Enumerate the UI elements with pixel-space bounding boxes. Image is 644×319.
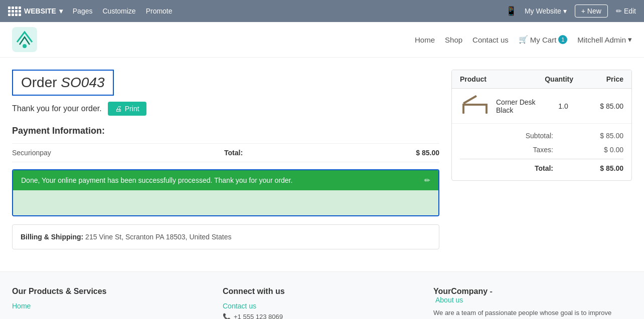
edit-icon[interactable]: ✏ [424,176,430,184]
product-price: $ 85.00 [583,102,623,110]
footer-company-name: YourCompany - About us [433,287,632,304]
nav-promote[interactable]: Promote [146,7,173,15]
order-table: Product Quantity Price Corn [451,70,632,181]
main-content: Order SO043 Thank you for your order. 🖨 … [0,58,644,261]
thank-you-section: Thank you for your order. 🖨 Print [12,102,439,116]
taxes-label: Taxes: [513,146,553,154]
col-quantity-header: Quantity [545,75,583,83]
admin-nav: Pages Customize Promote [73,7,173,15]
total-row: Total: $ 85.00 [460,159,623,175]
grand-total-value: $ 85.00 [583,164,623,172]
svg-rect-3 [462,104,464,114]
col-price-header: Price [583,75,623,83]
company-description: We are a team of passionate people whose… [433,308,632,319]
product-image [460,95,490,117]
left-panel: Order SO043 Thank you for your order. 🖨 … [12,70,439,249]
col-product-header: Product [460,75,545,83]
subtotal-row: Subtotal: $ 85.00 [460,129,623,143]
chevron-down-icon: ▾ [59,7,63,15]
website-brand[interactable]: WEBSITE ▾ [8,7,63,16]
subtotals: Subtotal: $ 85.00 Taxes: $ 0.00 Total: $… [452,124,631,180]
site-nav: Home Shop Contact us 🛒 My Cart 1 Mitchel… [0,22,644,58]
nav-home[interactable]: Home [415,36,435,44]
payment-row: Securionpay Total: $ 85.00 [12,143,439,162]
phone-line: 📞 +1 555 123 8069 [223,313,421,319]
product-quantity: 1.0 [553,102,583,110]
site-logo[interactable] [12,27,37,52]
user-dropdown[interactable]: Mitchell Admin ▾ [577,35,632,44]
svg-rect-5 [463,95,477,104]
svg-rect-2 [462,104,488,106]
success-extra [13,190,438,215]
plus-icon: + [581,7,585,15]
chevron-down-icon: ▾ [628,35,632,44]
footer-company: YourCompany - About us We are a team of … [433,287,632,319]
nav-contact-us[interactable]: Contact us [472,36,509,44]
new-button[interactable]: + New [575,5,608,18]
payment-info-label: Payment Information: [12,126,439,136]
nav-shop[interactable]: Shop [445,36,462,44]
edit-button[interactable]: ✏ Edit [616,7,636,15]
total-amount: $ 85.00 [416,149,439,157]
footer-contact-link[interactable]: Contact us [223,302,421,310]
phone-number: +1 555 123 8069 [234,313,283,319]
success-box: Done, Your online payment has been succe… [12,169,439,216]
payment-section: Payment Information: Securionpay Total: … [12,126,439,216]
footer-products-title: Our Products & Services [12,287,211,296]
table-row: Corner Desk Black 1.0 $ 85.00 [452,89,631,124]
svg-rect-4 [486,104,488,114]
cart-icon: 🛒 [519,35,528,44]
product-cell: Corner Desk Black [460,95,553,117]
payment-method: Securionpay [12,149,51,157]
footer: Our Products & Services Home Connect wit… [0,271,644,319]
my-website-link[interactable]: My Website ▾ [525,7,567,15]
grand-total-label: Total: [513,164,553,172]
subtotal-label: Subtotal: [513,132,553,140]
taxes-value: $ 0.00 [583,146,623,154]
pencil-icon: ✏ [616,7,622,15]
footer-home-link[interactable]: Home [12,302,211,310]
billing-box: Billing & Shipping: 215 Vine St, Scranto… [12,224,439,249]
brand-label: WEBSITE [24,7,56,15]
site-nav-links: Home Shop Contact us 🛒 My Cart 1 Mitchel… [415,35,632,44]
total-label: Total: [224,149,243,157]
product-name: Corner Desk Black [496,98,553,114]
svg-point-1 [23,44,27,48]
footer-products: Our Products & Services Home [12,287,211,319]
success-message: Done, Your online payment has been succe… [13,170,438,190]
order-title-box: Order SO043 [12,70,114,96]
phone-icon: 📞 [223,313,231,319]
printer-icon: 🖨 [115,105,122,113]
billing-label: Billing & Shipping: [21,233,83,241]
footer-connect-title: Connect with us [223,287,421,296]
cart-badge: 1 [558,35,567,44]
table-header: Product Quantity Price [452,70,631,89]
admin-bar-right: 📱 My Website ▾ + New ✏ Edit [506,5,636,18]
success-text: Done, Your online payment has been succe… [21,176,292,184]
billing-address: 215 Vine St, Scranton PA 18503, United S… [85,233,231,241]
print-button[interactable]: 🖨 Print [108,102,146,116]
about-us-link[interactable]: About us [435,296,632,304]
thank-you-text: Thank you for your order. [12,104,102,113]
subtotal-value: $ 85.00 [583,132,623,140]
nav-customize[interactable]: Customize [102,7,135,15]
grid-icon [8,7,21,16]
admin-bar: WEBSITE ▾ Pages Customize Promote 📱 My W… [0,0,644,22]
mobile-icon[interactable]: 📱 [506,6,517,17]
right-panel: Product Quantity Price Corn [451,70,632,249]
nav-cart[interactable]: 🛒 My Cart 1 [519,35,568,44]
footer-connect: Connect with us Contact us 📞 +1 555 123 … [223,287,421,319]
order-title: Order SO043 [21,75,105,91]
taxes-row: Taxes: $ 0.00 [460,143,623,157]
nav-pages[interactable]: Pages [73,7,93,15]
